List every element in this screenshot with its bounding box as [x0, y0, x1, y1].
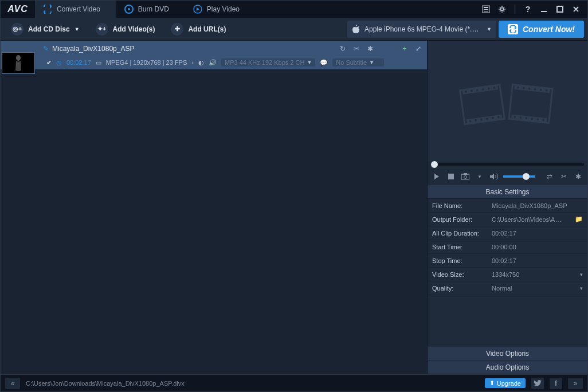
svg-point-10	[16, 55, 21, 61]
file-title: Micayala_DivX1080p_ASP	[52, 45, 334, 53]
options-icon[interactable]	[480, 3, 492, 15]
add-cd-disc-button[interactable]: ◎+ Add CD Disc ▼	[4, 21, 87, 38]
svg-rect-42	[461, 174, 469, 180]
disc-icon	[124, 5, 134, 14]
tab-convert-video[interactable]: Convert Video	[35, 1, 116, 18]
twitter-button[interactable]	[531, 378, 544, 389]
maximize-button[interactable]	[554, 3, 566, 15]
divider	[515, 5, 515, 14]
status-file-path: C:\Users\Jon\Downloads\Micayala_DivX1080…	[26, 380, 479, 387]
upgrade-button[interactable]: ⬆ Upgrade	[485, 378, 526, 388]
audio-icon: ◐	[198, 59, 204, 66]
play-button[interactable]	[432, 171, 442, 182]
quality-dropdown[interactable]: Normal▾	[492, 285, 583, 292]
volume-thumb[interactable]	[523, 173, 530, 180]
setting-value[interactable]: C:\Users\Jon\Videos\A… 📁	[492, 215, 583, 223]
play-icon	[193, 5, 202, 14]
seek-thumb[interactable]	[431, 161, 438, 168]
audio-track-dropdown[interactable]: MP3 44 KHz 192 Kbps 2 CH ▼	[221, 58, 315, 66]
file-duration: 00:02:17	[66, 59, 91, 66]
tab-play-video[interactable]: Play Video	[185, 1, 256, 18]
setting-value[interactable]: 00:00:00	[492, 244, 583, 250]
fullscreen-icon[interactable]: ✱	[573, 171, 583, 182]
volume-icon[interactable]	[489, 171, 499, 182]
stop-button[interactable]	[446, 171, 456, 182]
loop-icon[interactable]: ⇄	[544, 171, 554, 182]
output-profile-selector[interactable]: Apple iPhone 6s MPEG-4 Movie (*.m… ▼	[347, 21, 496, 38]
expand-item-icon[interactable]: ⤢	[413, 44, 424, 54]
setting-row-clip-duration: All Clip Duration: 00:02:17	[428, 226, 587, 240]
svg-rect-12	[462, 85, 498, 95]
snapshot-button[interactable]	[461, 171, 471, 182]
setting-value: 00:02:17	[492, 230, 583, 237]
checked-icon[interactable]: ✔	[46, 59, 52, 66]
speaker-icon: 🔊	[209, 59, 217, 66]
basic-settings-header[interactable]: Basic Settings	[428, 185, 587, 199]
expand-right-button[interactable]: »	[568, 378, 583, 389]
minimize-button[interactable]	[538, 3, 550, 15]
audio-options-header[interactable]: Audio Options	[428, 360, 587, 374]
settings-icon[interactable]	[496, 3, 508, 15]
file-subtitle: No Subtitle	[336, 59, 367, 66]
apple-icon	[352, 25, 360, 34]
upgrade-icon: ⬆	[489, 379, 495, 387]
video-thumbnail[interactable]	[2, 52, 35, 74]
trim-icon[interactable]: ✂	[559, 171, 569, 182]
svg-point-43	[464, 176, 467, 179]
setting-label: Start Time:	[432, 244, 492, 250]
file-item[interactable]: ✎ Micayala_DivX1080p_ASP ↻ ✂ ✱ + ⤢ ✔ ◷ 0…	[1, 41, 427, 70]
cut-icon[interactable]: ✂	[351, 44, 362, 54]
chevron-right-icon[interactable]: ›	[191, 59, 194, 66]
setting-value[interactable]: 00:02:17	[492, 257, 583, 264]
chevron-down-icon: ▼	[369, 60, 374, 65]
setting-row-video-size: Video Size: 1334x750▾	[428, 268, 587, 281]
filmstrip-icon	[456, 72, 559, 130]
effects-icon[interactable]: ✱	[365, 44, 375, 54]
chevron-down-icon[interactable]: ▼	[475, 171, 485, 182]
svg-point-1	[128, 8, 130, 10]
svg-rect-9	[557, 6, 563, 12]
setting-row-stop-time: Stop Time: 00:02:17	[428, 254, 587, 268]
convert-icon	[43, 5, 52, 14]
tab-burn-dvd[interactable]: Burn DVD	[116, 1, 185, 18]
add-item-icon[interactable]: +	[399, 44, 410, 54]
facebook-button[interactable]: f	[550, 378, 562, 389]
setting-label: File Name:	[432, 202, 492, 209]
refresh-icon	[508, 24, 518, 34]
refresh-item-icon[interactable]: ↻	[338, 44, 348, 54]
volume-slider[interactable]	[503, 175, 535, 178]
svg-rect-5	[484, 9, 488, 10]
help-icon[interactable]: ?	[522, 3, 534, 15]
setting-label: Output Folder:	[432, 216, 492, 223]
close-button[interactable]	[570, 3, 582, 15]
add-videos-button[interactable]: ✦+ Add Video(s)	[89, 21, 162, 38]
seek-bar[interactable]	[428, 161, 587, 168]
subtitle-dropdown[interactable]: No Subtitle ▼	[332, 58, 384, 66]
svg-rect-41	[448, 174, 454, 179]
film-add-icon: ✦+	[96, 23, 108, 36]
edit-icon[interactable]: ✎	[43, 45, 49, 53]
chevron-down-icon: ▼	[307, 60, 312, 65]
svg-rect-4	[484, 7, 488, 8]
tab-label: Play Video	[207, 5, 240, 13]
video-size-dropdown[interactable]: 1334x750▾	[492, 271, 583, 278]
convert-now-button[interactable]: Convert Now!	[499, 21, 584, 38]
setting-label: Stop Time:	[432, 257, 492, 264]
svg-rect-44	[464, 173, 467, 175]
chevron-down-icon: ▾	[580, 285, 583, 291]
app-logo: AVC	[1, 1, 35, 18]
globe-add-icon: ✚	[171, 23, 183, 36]
video-options-header[interactable]: Video Options	[428, 347, 587, 360]
collapse-left-button[interactable]: «	[5, 378, 20, 389]
svg-rect-8	[541, 11, 547, 12]
file-video-info: MPEG4 | 1920x768 | 23 FPS	[106, 59, 187, 66]
setting-row-quality: Quality: Normal▾	[428, 281, 587, 295]
setting-value[interactable]: Micayala_DivX1080p_ASP	[492, 202, 583, 209]
chevron-down-icon: ▾	[580, 272, 583, 277]
disc-add-icon: ◎+	[11, 23, 23, 36]
button-label: Add CD Disc	[28, 25, 70, 33]
folder-browse-icon[interactable]: 📁	[575, 215, 583, 223]
setting-row-start-time: Start Time: 00:00:00	[428, 240, 587, 254]
svg-rect-6	[484, 11, 488, 11]
add-urls-button[interactable]: ✚ Add URL(s)	[164, 21, 233, 38]
